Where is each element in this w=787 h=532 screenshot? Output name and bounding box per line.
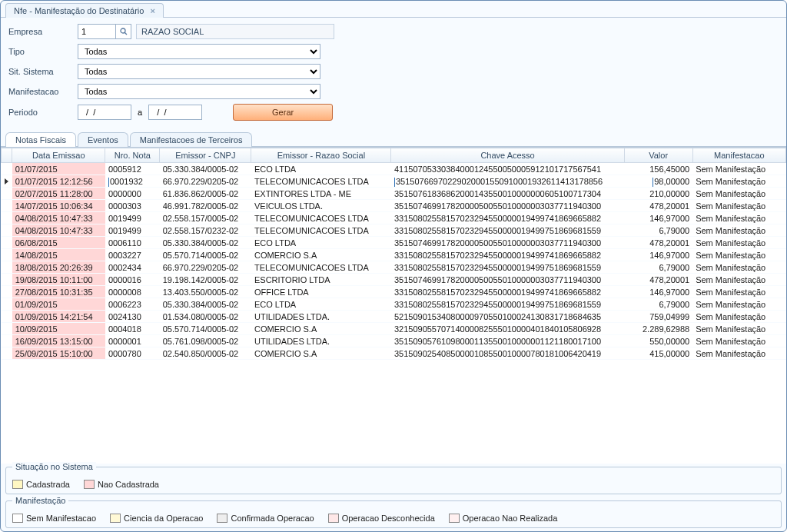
table-row[interactable]: 18/08/2015 20:26:39000243466.970.229/020…	[2, 261, 786, 274]
cell-nro-nota: 0000303	[105, 200, 160, 212]
cell-manifestacao: Sem Manifestação	[692, 224, 785, 237]
tab-manifestacoes-terceiros[interactable]: Manifestacoes de Terceiros	[130, 132, 253, 147]
tipo-select[interactable]: Todas	[78, 44, 320, 59]
cell-valor: 759,04999	[624, 311, 692, 323]
table-row[interactable]: 01/07/2015 12:12:56000193266.970.229/020…	[2, 175, 786, 188]
cell-chave-acesso: 3515074699178200005005501000000303771194…	[391, 200, 624, 212]
window-title-tab: Nfe - Manifestação do Destinatário ×	[5, 3, 164, 18]
cell-data-emissao: 04/08/2015 10:47:33	[12, 224, 105, 237]
cell-emissor-cnpj: 05.761.098/0005-02	[160, 335, 251, 347]
sit-sistema-label: Sit. Sistema	[8, 67, 78, 76]
cell-emissor-razao: COMERCIO S.A	[251, 249, 391, 261]
cell-manifestacao: Sem Manifestação	[692, 347, 785, 360]
cell-valor: 146,97000	[624, 249, 692, 261]
table-row[interactable]: 06/08/2015000611005.330.384/0005-02ECO L…	[2, 237, 786, 249]
cell-manifestacao: Sem Manifestação	[692, 200, 785, 212]
table-row[interactable]: 10/09/2015000401805.570.714/0005-02COMER…	[2, 323, 786, 335]
sit-sistema-select[interactable]: Todas	[78, 64, 320, 79]
cell-manifestacao: Sem Manifestação	[692, 175, 785, 188]
cell-data-emissao: 01/09/2015	[12, 298, 105, 311]
cell-emissor-razao: TELECOMUNICACOES LTDA	[251, 224, 391, 237]
cell-manifestacao: Sem Manifestação	[692, 163, 785, 175]
col-emissor-cnpj[interactable]: Emissor - CNPJ	[160, 148, 251, 163]
col-valor[interactable]: Valor	[624, 148, 692, 163]
cell-data-emissao: 16/09/2015 13:15:00	[12, 335, 105, 347]
cell-emissor-razao: ECO LTDA	[251, 163, 391, 175]
legend-manifestacao: Manifestação Sem Manifestacao Ciencia da…	[5, 500, 782, 528]
cell-data-emissao: 10/09/2015	[12, 323, 105, 335]
col-chave-acesso[interactable]: Chave Acesso	[391, 148, 624, 163]
cell-data-emissao: 04/08/2015 10:47:33	[12, 212, 105, 224]
filter-form: Empresa RAZAO SOCIAL Tipo Todas Sit. Sis…	[1, 18, 786, 130]
cell-data-emissao: 14/08/2015	[12, 249, 105, 261]
col-data-emissao[interactable]: Data Emissao	[12, 148, 105, 163]
table-row[interactable]: 01/07/2015000591205.330.384/0005-02ECO L…	[2, 163, 786, 175]
empresa-input[interactable]	[78, 24, 116, 39]
manifestacao-select[interactable]: Todas	[78, 84, 320, 99]
cell-chave-acesso: 3315080255815702329455000001949974186966…	[391, 249, 624, 261]
close-icon[interactable]: ×	[150, 6, 154, 15]
legend-cadastrada: Cadastrada	[12, 480, 70, 489]
cell-emissor-cnpj: 05.570.714/0005-02	[160, 323, 251, 335]
grid-header-row: Data Emissao Nro. Nota Emissor - CNPJ Em…	[2, 148, 786, 163]
tab-eventos[interactable]: Eventos	[78, 132, 128, 147]
cell-emissor-razao: VEICULOS LTDA.	[251, 200, 391, 212]
col-nro-nota[interactable]: Nro. Nota	[105, 148, 160, 163]
legend-confirmada-operacao: Confirmada Operacao	[217, 514, 314, 523]
col-emissor-razao[interactable]: Emissor - Razao Social	[251, 148, 391, 163]
legend-operacao-desconhecida: Operacao Desconhecida	[328, 514, 435, 523]
cell-data-emissao: 01/07/2015	[12, 163, 105, 175]
col-indicator[interactable]	[2, 148, 12, 163]
table-row[interactable]: 25/09/2015 15:10:00000078002.540.850/000…	[2, 347, 786, 360]
cell-emissor-razao: ECO LTDA	[251, 237, 391, 249]
cell-nro-nota: 0006110	[105, 237, 160, 249]
cell-chave-acesso: 3315080255815702329455000001949974186966…	[391, 212, 624, 224]
table-row[interactable]: 14/07/2015 10:06:34000030346.991.782/000…	[2, 200, 786, 212]
titlebar: Nfe - Manifestação do Destinatário ×	[1, 1, 786, 18]
table-row[interactable]: 01/09/2015 14:21:54002413001.534.080/000…	[2, 311, 786, 323]
row-indicator	[2, 298, 12, 311]
row-indicator	[2, 163, 12, 175]
cell-nro-nota: 0000008	[105, 286, 160, 298]
table-row[interactable]: 04/08/2015 10:47:33001949902.558.157/023…	[2, 224, 786, 237]
grid[interactable]: Data Emissao Nro. Nota Emissor - CNPJ Em…	[1, 147, 786, 464]
row-indicator	[2, 237, 12, 249]
gerar-button[interactable]: Gerar	[233, 104, 333, 121]
table-row[interactable]: 14/08/2015000322705.570.714/0005-02COMER…	[2, 249, 786, 261]
cell-manifestacao: Sem Manifestação	[692, 298, 785, 311]
empresa-label: Empresa	[8, 27, 78, 36]
cell-nro-nota: 0005912	[105, 163, 160, 175]
cell-nro-nota: 0019499	[105, 224, 160, 237]
legend-manif-title: Manifestação	[12, 496, 68, 505]
table-row[interactable]: 02/07/2015 11:28:00000000061.836.862/000…	[2, 188, 786, 200]
col-manifestacao[interactable]: Manifestacao	[692, 148, 785, 163]
periodo-de-input[interactable]	[78, 105, 131, 120]
cell-chave-acesso: 3215090557071400008255501000040184010580…	[391, 323, 624, 335]
cell-manifestacao: Sem Manifestação	[692, 274, 785, 286]
table-row[interactable]: 04/08/2015 10:47:33001949902.558.157/000…	[2, 212, 786, 224]
cell-valor: 210,00000	[624, 188, 692, 200]
cell-data-emissao: 14/07/2015 10:06:34	[12, 200, 105, 212]
cell-data-emissao: 01/07/2015 12:12:56	[12, 175, 105, 188]
cell-nro-nota: 0019499	[105, 212, 160, 224]
cell-chave-acesso: 5215090153408000097055010002413083171868…	[391, 311, 624, 323]
cell-chave-acesso: 3315080255815702329455000001949975186968…	[391, 261, 624, 274]
table-row[interactable]: 01/09/2015000622305.330.384/0005-02ECO L…	[2, 298, 786, 311]
window-title: Nfe - Manifestação do Destinatário	[14, 6, 144, 15]
empresa-lookup-icon[interactable]	[116, 24, 131, 39]
cell-chave-acesso: 3315080255815702329455000001949974186966…	[391, 286, 624, 298]
cell-valor: 146,97000	[624, 286, 692, 298]
periodo-label: Periodo	[8, 108, 78, 117]
table-row[interactable]: 16/09/2015 13:15:00000000105.761.098/000…	[2, 335, 786, 347]
cell-emissor-cnpj: 02.540.850/0005-02	[160, 347, 251, 360]
cell-manifestacao: Sem Manifestação	[692, 188, 785, 200]
cell-valor: 478,20001	[624, 274, 692, 286]
table-row[interactable]: 27/08/2015 10:31:35000000813.403.550/000…	[2, 286, 786, 298]
manifestacao-label: Manifestacao	[8, 87, 78, 96]
cell-data-emissao: 01/09/2015 14:21:54	[12, 311, 105, 323]
cell-valor: 6,79000	[624, 298, 692, 311]
table-row[interactable]: 19/08/2015 10:11:00000001619.198.142/000…	[2, 274, 786, 286]
periodo-ate-input[interactable]	[148, 105, 202, 120]
cell-data-emissao: 25/09/2015 15:10:00	[12, 347, 105, 360]
tab-notas-fiscais[interactable]: Notas Fiscais	[5, 132, 76, 147]
